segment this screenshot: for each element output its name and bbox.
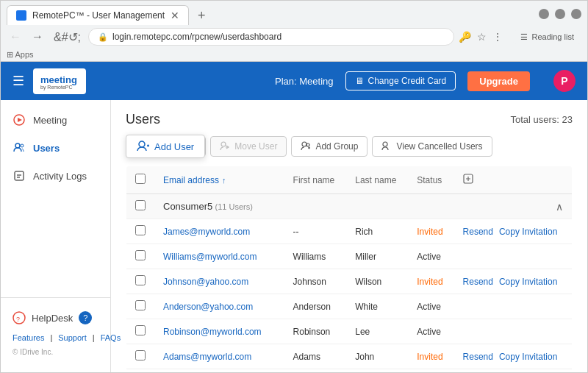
resend-link[interactable]: Resend	[463, 227, 493, 237]
email-cell: Robinson@myworld.com	[154, 319, 284, 344]
tab-favicon	[16, 10, 26, 21]
support-link[interactable]: Support	[58, 333, 87, 342]
star-icon[interactable]: ☆	[477, 31, 487, 43]
change-credit-card-button[interactable]: 🖥 Change Credit Card	[345, 71, 456, 90]
total-users-count: Total users: 23	[510, 114, 573, 125]
lastname-cell: Jack	[346, 369, 408, 373]
row-checkbox[interactable]	[135, 325, 146, 335]
sidebar-item-meeting[interactable]: Meeting	[1, 106, 110, 134]
window-close-btn[interactable]	[571, 9, 581, 19]
window-minimize-btn[interactable]	[539, 9, 549, 19]
add-group-label: Add Group	[315, 141, 358, 152]
sidebar-item-users[interactable]: Users	[1, 134, 110, 162]
action-cell: ResendCopy Invitation	[454, 269, 573, 294]
add-user-button[interactable]: Add User	[126, 135, 205, 158]
users-table: Email address ↑ First name Last name Sta…	[126, 166, 573, 372]
svg-text:?: ?	[16, 316, 20, 323]
content-area: Users Total users: 23 Add User Delete Us…	[111, 100, 587, 372]
svg-text:by RemotePC: by RemotePC	[40, 85, 73, 90]
resend-link[interactable]: Resend	[463, 352, 493, 362]
cc-icon: 🖥	[355, 76, 364, 86]
view-cancelled-label: View Cancelled Users	[396, 141, 482, 152]
action-cell	[454, 369, 573, 373]
action-cell: ResendCopy Invitation	[454, 344, 573, 369]
tab-close-btn[interactable]: ✕	[171, 10, 179, 21]
copy-invitation-link[interactable]: Copy Invitation	[499, 227, 557, 237]
plan-info: Plan: Meeting 🖥 Change Credit Card Upgra…	[275, 70, 576, 92]
status-cell: Active	[408, 244, 453, 269]
resend-link[interactable]: Resend	[463, 277, 493, 287]
lastname-cell: Rich	[346, 219, 408, 244]
sidebar-meeting-label: Meeting	[33, 115, 67, 126]
apps-label[interactable]: ⊞ Apps	[7, 50, 34, 60]
move-user-label: Move User	[234, 141, 277, 152]
svg-point-5	[15, 143, 20, 148]
upgrade-button[interactable]: Upgrade	[467, 71, 530, 91]
status-cell: Active	[408, 319, 453, 344]
forward-button[interactable]: →	[29, 29, 46, 45]
copy-invitation-link[interactable]: Copy Invitation	[499, 277, 557, 287]
svg-point-6	[21, 144, 24, 147]
lastname-cell: John	[346, 344, 408, 369]
sidebar-helpdesk[interactable]: ? HelpDesk ?	[1, 305, 110, 330]
copy-invitation-link[interactable]: Copy Invitation	[499, 352, 557, 362]
copyright-text: © IDrive Inc.	[1, 345, 110, 359]
table-row: James@myworld.com--RichInvitedResendCopy…	[126, 219, 573, 244]
action-cell	[454, 244, 573, 269]
row-checkbox[interactable]	[135, 275, 146, 285]
browser-tab[interactable]: RemotePC™ - User Management ✕	[7, 5, 189, 25]
email-column-header[interactable]: Email address ↑	[154, 166, 284, 194]
menu-dots-icon[interactable]: ⋮	[492, 31, 503, 43]
window-maximize-btn[interactable]	[555, 9, 565, 19]
refresh-button[interactable]: &#↺;	[51, 29, 84, 46]
row-checkbox[interactable]	[135, 225, 146, 235]
activity-icon	[12, 169, 26, 182]
address-bar[interactable]: 🔒 login.remotepc.com/rpcnew/userdashboar…	[88, 28, 454, 46]
reading-list-btn[interactable]: ☰ Reading list	[513, 30, 581, 44]
svg-marker-4	[18, 118, 22, 122]
sidebar-activity-label: Activity Logs	[33, 171, 87, 182]
svg-text:meeting: meeting	[40, 74, 77, 85]
back-button[interactable]: ←	[7, 29, 24, 45]
sidebar-bottom: ? HelpDesk ? Features | Support | FAQs ©…	[1, 297, 110, 366]
helpdesk-question-icon: ?	[79, 311, 92, 324]
firstname-cell: Adams	[284, 344, 347, 369]
table-row: Alexander@myworld.comAlexJackActive	[126, 369, 573, 373]
row-checkbox[interactable]	[135, 250, 146, 260]
tab-title: RemotePC™ - User Management	[32, 10, 165, 21]
row-checkbox-cell	[126, 344, 155, 369]
status-cell: Active	[408, 369, 453, 373]
hamburger-icon[interactable]: ☰	[12, 73, 24, 89]
row-checkbox-cell	[126, 294, 155, 319]
sidebar: Meeting Users Activity Logs ?	[1, 100, 111, 372]
row-checkbox-cell	[126, 269, 155, 294]
status-cell: Invited	[408, 344, 453, 369]
logo-area: meeting by RemotePC	[33, 68, 92, 94]
sidebar-item-activity-logs[interactable]: Activity Logs	[1, 162, 110, 190]
lastname-cell: Lee	[346, 319, 408, 344]
move-user-button[interactable]: Move User	[210, 136, 287, 157]
sidebar-links: Features | Support | FAQs	[1, 330, 110, 345]
group-collapse-btn[interactable]: ∧	[556, 201, 563, 213]
status-column-header: Status	[408, 166, 453, 194]
email-cell: Anderson@yahoo.com	[154, 294, 284, 319]
add-group-button[interactable]: Add Group	[291, 136, 368, 157]
lastname-cell: Wilson	[346, 269, 408, 294]
view-cancelled-button[interactable]: View Cancelled Users	[372, 136, 492, 157]
firstname-cell: Williams	[284, 244, 347, 269]
row-checkbox-cell	[126, 219, 155, 244]
toolbar: Add User Delete User Move User Add Group	[126, 136, 573, 157]
table-row: Johnson@yahoo.comJohnsonWilsonInvitedRes…	[126, 269, 573, 294]
row-checkbox[interactable]	[135, 350, 146, 360]
user-avatar[interactable]: P	[553, 70, 576, 92]
features-link[interactable]: Features	[12, 333, 44, 342]
reading-list-label: Reading list	[532, 32, 574, 41]
email-cell: Johnson@yahoo.com	[154, 269, 284, 294]
row-checkbox[interactable]	[135, 300, 146, 310]
select-all-checkbox[interactable]	[135, 174, 146, 184]
users-icon	[12, 141, 26, 154]
group-checkbox[interactable]	[135, 200, 146, 210]
firstname-cell: Robinson	[284, 319, 347, 344]
group-checkbox-cell	[126, 194, 155, 219]
new-tab-button[interactable]: +	[192, 6, 212, 25]
